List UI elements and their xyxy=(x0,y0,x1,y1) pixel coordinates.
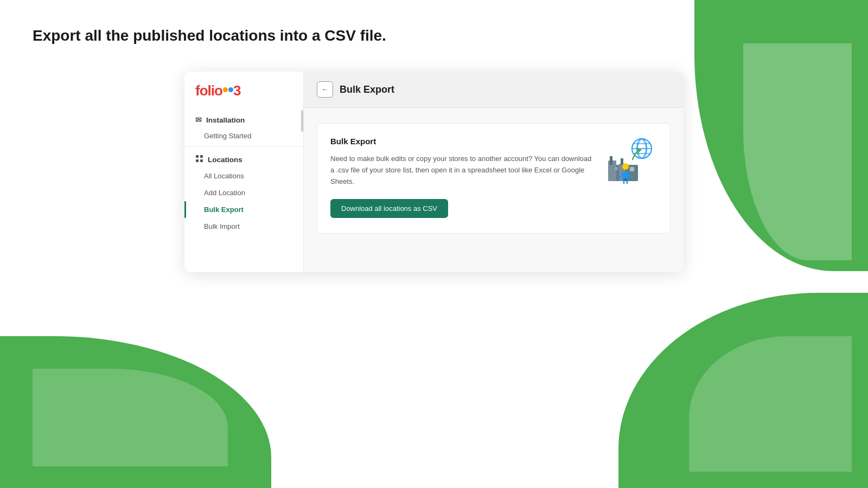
logo-dot-orange xyxy=(223,87,228,92)
logo-3: 3 xyxy=(233,82,240,99)
main-body: Bulk Export Need to make bulk edits or c… xyxy=(304,108,684,272)
download-csv-button[interactable]: Download all locations as CSV xyxy=(330,199,448,218)
sidebar-scroll-area: ✉ Installation Getting Started xyxy=(184,110,303,235)
svg-rect-18 xyxy=(623,173,628,178)
app-window: folio3 ✉ Installation Getting Started xyxy=(184,72,684,272)
card-description: Need to make bulk edits or copy your sto… xyxy=(330,153,592,187)
sidebar-item-add-location[interactable]: Add Location xyxy=(184,184,303,201)
locations-icon xyxy=(195,155,203,164)
card-title: Bulk Export xyxy=(330,137,592,146)
back-button[interactable]: ← xyxy=(317,81,333,98)
svg-rect-14 xyxy=(630,167,634,171)
sidebar: folio3 ✉ Installation Getting Started xyxy=(184,72,304,272)
main-title: Bulk Export xyxy=(340,84,394,95)
svg-rect-0 xyxy=(196,155,199,158)
locations-label: Locations xyxy=(208,156,242,164)
logo-dot-blue xyxy=(228,87,233,92)
logo-text: folio xyxy=(195,82,222,99)
svg-point-17 xyxy=(622,163,629,170)
installation-label: Installation xyxy=(206,116,245,124)
svg-rect-3 xyxy=(200,159,203,162)
sidebar-section-installation[interactable]: ✉ Installation xyxy=(184,110,303,127)
sidebar-divider-1 xyxy=(184,146,303,147)
svg-rect-13 xyxy=(621,158,623,165)
svg-rect-12 xyxy=(610,156,612,165)
card-illustration xyxy=(603,137,657,185)
svg-rect-15 xyxy=(615,167,618,170)
sidebar-item-all-locations[interactable]: All Locations xyxy=(184,168,303,184)
installation-icon: ✉ xyxy=(195,115,202,124)
bulk-export-card: Bulk Export Need to make bulk edits or c… xyxy=(317,123,671,234)
logo: folio3 xyxy=(184,82,303,110)
main-content: ← Bulk Export Bulk Export Need to make b… xyxy=(304,72,684,272)
svg-rect-2 xyxy=(196,159,199,162)
card-left: Bulk Export Need to make bulk edits or c… xyxy=(330,137,592,218)
sidebar-item-getting-started[interactable]: Getting Started xyxy=(184,127,303,144)
svg-rect-1 xyxy=(200,155,203,158)
sidebar-section-locations[interactable]: Locations xyxy=(184,149,303,168)
illustration-svg xyxy=(603,137,657,185)
sidebar-item-bulk-import[interactable]: Bulk Import xyxy=(184,218,303,235)
page-headline: Export all the published locations into … xyxy=(33,27,835,44)
sidebar-item-bulk-export[interactable]: Bulk Export xyxy=(184,201,303,218)
main-header: ← Bulk Export xyxy=(304,72,684,108)
